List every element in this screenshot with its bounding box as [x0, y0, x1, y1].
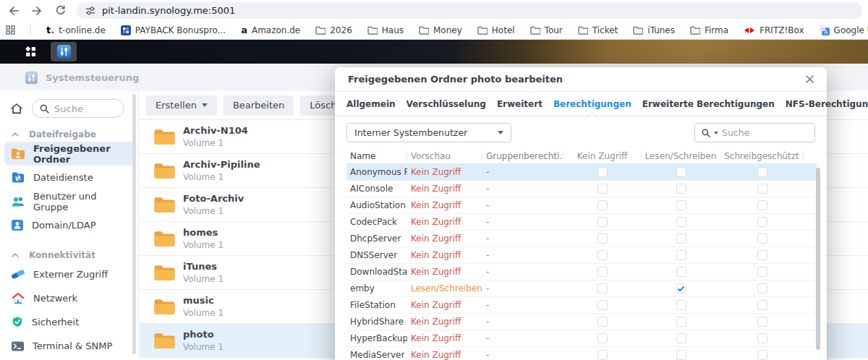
checkbox-read-write[interactable] [676, 167, 686, 177]
erstellen-button[interactable]: Erstellen [146, 95, 217, 116]
checkbox-no-access[interactable] [597, 333, 608, 343]
bookmark-folder-2026[interactable]: 2026 [315, 25, 352, 35]
checkbox-read-write[interactable] [676, 283, 686, 293]
user-type-dropdown[interactable]: Interner Systembenutzer [346, 123, 511, 142]
bookmark-payback[interactable]: PAYBACK Bonuspro... [121, 25, 226, 35]
sidebar-item-netzwerk[interactable]: Netzwerk [4, 286, 134, 310]
checkbox-no-access[interactable] [597, 217, 608, 227]
checkbox-read-write[interactable] [676, 267, 686, 277]
tab-verschluesselung[interactable]: Verschlüsselung [407, 99, 486, 109]
checkbox-read-write[interactable] [676, 300, 686, 310]
forward-icon[interactable] [27, 1, 46, 20]
dialog-search-input[interactable]: Suche [694, 123, 815, 142]
checkbox-read-write[interactable] [676, 233, 686, 244]
checkbox-read-write[interactable] [676, 333, 686, 343]
sidebar-item-externer-zugriff[interactable]: Externer Zugriff [4, 262, 134, 286]
checkbox-read-only[interactable] [757, 217, 767, 227]
checkbox-no-access[interactable] [597, 267, 608, 277]
checkbox-read-write[interactable] [676, 250, 686, 260]
bookmark-folder-firma[interactable]: Firma [690, 25, 728, 35]
bookmark-folder-haus[interactable]: Haus [367, 25, 404, 35]
sidebar-scrollbar[interactable] [132, 94, 136, 354]
bookmark-folder-tour[interactable]: Tour [530, 25, 563, 35]
address-bar[interactable]: pit-landin.synology.me:5001 [77, 2, 862, 19]
checkbox-no-access[interactable] [597, 317, 608, 327]
tab-allgemein[interactable]: Allgemein [346, 99, 396, 109]
column-header-lesen-schreiben[interactable]: Lesen/Schreiben [642, 150, 720, 161]
table-row-codecpack[interactable]: CodecPack Kein Zugriff - [346, 214, 817, 231]
checkbox-read-only[interactable] [757, 333, 767, 343]
column-header-schreibgeschuetzt[interactable]: Schreibgeschützt [720, 150, 804, 161]
sidebar-section-dateifreigabe[interactable]: Dateifreigabe [0, 127, 138, 142]
checkbox-read-only[interactable] [757, 350, 767, 360]
checkbox-read-only[interactable] [757, 267, 767, 277]
sidebar-item-domain-ldap[interactable]: Domain/LDAP [4, 213, 134, 237]
table-row-mediaserver[interactable]: MediaServer Kein Zugriff - [346, 347, 817, 360]
column-header-name[interactable]: Name [346, 150, 407, 161]
sidebar-item-dateidienste[interactable]: Dateidienste [4, 166, 134, 189]
table-row-audiostation[interactable]: AudioStation Kein Zugriff - [346, 197, 817, 214]
checkbox-read-write[interactable] [676, 317, 686, 327]
column-header-kein-zugriff[interactable]: Kein Zugriff [563, 150, 642, 161]
home-icon[interactable] [10, 103, 23, 115]
bookmark-folder-itunes[interactable]: iTunes [633, 25, 675, 35]
checkbox-read-write[interactable] [676, 350, 686, 360]
table-row-dhcpserver[interactable]: DhcpServer Kein Zugriff - [346, 231, 817, 247]
table-row-hyperbackup[interactable]: HyperBackup Kein Zugriff - [346, 330, 817, 347]
tab-nfs-berechtigungen[interactable]: NFS-Berechtigungen [786, 99, 868, 109]
table-row-filestation[interactable]: FileStation Kein Zugriff - [346, 297, 817, 314]
checkbox-no-access[interactable] [597, 300, 608, 310]
column-header-vorschau[interactable]: Vorschau [407, 150, 482, 161]
checkbox-read-only[interactable] [757, 283, 767, 293]
bookmark-folder-ticket[interactable]: Ticket [578, 25, 618, 35]
bookmark-fritzbox[interactable]: FRITZ!Box [744, 25, 804, 35]
column-header-gruppenberechtigungen[interactable]: Gruppenberechti... [482, 150, 563, 161]
table-row-hybridshare[interactable]: HybridShare Kein Zugriff - [346, 314, 817, 330]
checkbox-read-only[interactable] [757, 250, 767, 260]
checkbox-no-access[interactable] [597, 184, 608, 194]
bookmark-folder-money[interactable]: Money [419, 25, 462, 35]
checkbox-read-write[interactable] [676, 217, 686, 227]
main-menu-button[interactable] [17, 42, 43, 61]
checkbox-read-only[interactable] [757, 184, 767, 194]
sidebar-item-freigegebener-ordner[interactable]: Freigegebener Ordner [4, 142, 134, 166]
bearbeiten-button[interactable]: Bearbeiten [224, 95, 294, 116]
checkbox-no-access[interactable] [597, 167, 608, 177]
checkbox-read-write[interactable] [676, 200, 686, 210]
checkbox-read-only[interactable] [757, 200, 767, 210]
reload-icon[interactable] [51, 1, 69, 20]
back-icon[interactable] [4, 1, 23, 20]
table-row-downloadstation[interactable]: DownloadSta... Kein Zugriff - [346, 264, 817, 280]
bookmark-t-online[interactable]: t. t-online.de [46, 25, 106, 35]
sidebar-section-konnektivitaet[interactable]: Konnektivität [0, 248, 138, 262]
checkbox-read-only[interactable] [757, 300, 767, 310]
table-row-aiconsole[interactable]: AIConsole Kein Zugriff - [346, 181, 817, 197]
sidebar-item-sicherheit[interactable]: Sicherheit [4, 310, 134, 334]
sidebar-item-benutzer-und-gruppe[interactable]: Benutzer und Gruppe [4, 189, 134, 213]
control-panel-taskbar-button[interactable] [51, 42, 77, 61]
tab-erweiterte-berechtigungen[interactable]: Erweiterte Berechtigungen [642, 99, 775, 109]
site-settings-icon[interactable] [85, 6, 95, 16]
bookmark-folder-hotel[interactable]: Hotel [477, 25, 515, 35]
close-icon[interactable] [806, 75, 814, 83]
sidebar-search-input[interactable]: Suche [32, 99, 124, 118]
checkbox-read-only[interactable] [757, 317, 767, 327]
tab-erweitert[interactable]: Erweitert [497, 99, 542, 109]
apps-grid-icon[interactable] [6, 25, 15, 35]
checkbox-read-write[interactable] [676, 184, 686, 194]
bookmark-google-translate[interactable]: AG Google Übersetzer [820, 25, 868, 35]
checkbox-read-only[interactable] [757, 233, 767, 244]
bookmark-amazon[interactable]: a Amazon.de [241, 25, 300, 35]
checkbox-no-access[interactable] [597, 283, 608, 293]
dialog-table-scrollbar[interactable] [816, 168, 820, 350]
checkbox-no-access[interactable] [597, 350, 608, 360]
checkbox-no-access[interactable] [597, 233, 608, 244]
checkbox-no-access[interactable] [597, 200, 608, 210]
tab-berechtigungen[interactable]: Berechtigungen [553, 99, 631, 109]
sidebar-item-terminal-snmp[interactable]: Terminal & SNMP [4, 334, 134, 358]
checkbox-read-only[interactable] [757, 167, 767, 177]
table-row-dnsserver[interactable]: DNSServer Kein Zugriff - [346, 247, 817, 264]
checkbox-no-access[interactable] [597, 250, 608, 260]
table-row-anonymous[interactable]: Anonymous F... Kein Zugriff - [346, 164, 817, 181]
table-row-emby[interactable]: emby Lesen/Schreiben - [346, 280, 817, 297]
